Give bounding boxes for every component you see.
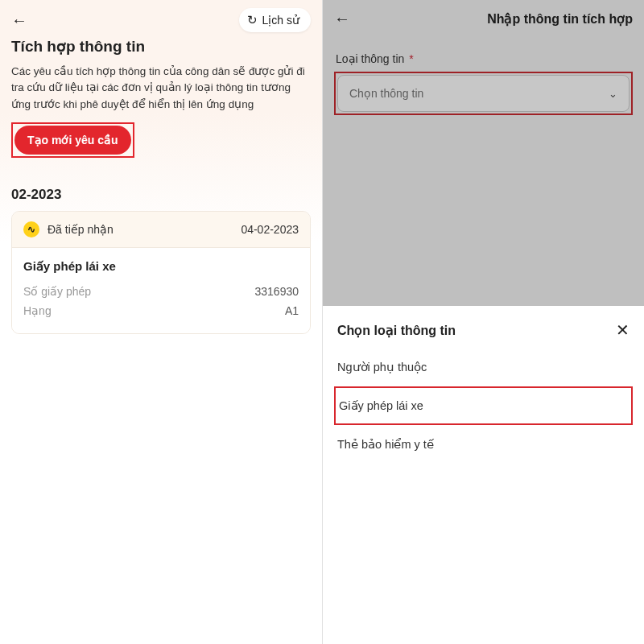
status-icon: ∿ — [23, 221, 39, 237]
back-icon[interactable]: ← — [11, 11, 27, 30]
doc-row-label: Hạng — [23, 304, 52, 317]
header: ← Nhập thông tin tích hợp — [323, 0, 644, 38]
sheet-title: Chọn loại thông tin — [337, 323, 456, 338]
dimmed-background: ← Nhập thông tin tích hợp Loại thông tin… — [323, 0, 644, 306]
create-request-button[interactable]: Tạo mới yêu cầu — [14, 126, 131, 155]
request-card[interactable]: ∿ Đã tiếp nhận 04-02-2023 Giấy phép lái … — [11, 211, 311, 334]
field-label-text: Loại thông tin — [336, 52, 404, 65]
doc-row-label: Số giấy phép — [23, 285, 91, 298]
dropdown-highlight: Chọn thông tin ⌄ — [334, 72, 633, 115]
field-label: Loại thông tin * — [323, 38, 644, 72]
month-heading: 02-2023 — [0, 164, 322, 211]
card-status-row: ∿ Đã tiếp nhận 04-02-2023 — [12, 212, 310, 248]
doc-row-value: A1 — [285, 304, 299, 317]
screen-integration-form: ← Nhập thông tin tích hợp Loại thông tin… — [322, 0, 644, 644]
back-icon[interactable]: ← — [334, 10, 350, 28]
dropdown-placeholder: Chọn thông tin — [349, 87, 423, 100]
page-title: Tích hợp thông tin — [0, 34, 322, 64]
create-button-highlight: Tạo mới yêu cầu — [11, 122, 134, 158]
doc-row: Hạng A1 — [23, 301, 299, 320]
doc-row: Số giấy phép 3316930 — [23, 282, 299, 301]
header: ← ↻ Lịch sử — [0, 0, 322, 34]
doc-row-value: 3316930 — [254, 285, 299, 298]
sheet-header: Chọn loại thông tin ✕ — [323, 306, 644, 348]
required-mark: * — [409, 52, 413, 65]
page-description: Các yêu cầu tích hợp thông tin của công … — [0, 64, 322, 122]
status-date: 04-02-2023 — [241, 223, 299, 236]
sheet-option-driver-license[interactable]: Giấy phép lái xe — [334, 386, 633, 425]
status-text: Đã tiếp nhận — [47, 223, 241, 236]
history-button[interactable]: ↻ Lịch sử — [239, 8, 311, 32]
card-body: Giấy phép lái xe Số giấy phép 3316930 Hạ… — [12, 248, 310, 333]
page-title: Nhập thông tin tích hợp — [487, 11, 633, 27]
close-icon[interactable]: ✕ — [616, 320, 630, 340]
selection-sheet: Chọn loại thông tin ✕ Người phụ thuộc Gi… — [323, 306, 644, 644]
info-type-dropdown[interactable]: Chọn thông tin ⌄ — [337, 75, 630, 112]
sheet-option-dependent[interactable]: Người phụ thuộc — [323, 348, 644, 386]
document-title: Giấy phép lái xe — [23, 259, 299, 274]
history-icon: ↻ — [247, 13, 258, 27]
history-label: Lịch sử — [262, 14, 299, 27]
chevron-down-icon: ⌄ — [609, 88, 617, 100]
screen-integration-list: ← ↻ Lịch sử Tích hợp thông tin Các yêu c… — [0, 0, 322, 644]
sheet-option-health-insurance[interactable]: Thẻ bảo hiểm y tế — [323, 425, 644, 464]
